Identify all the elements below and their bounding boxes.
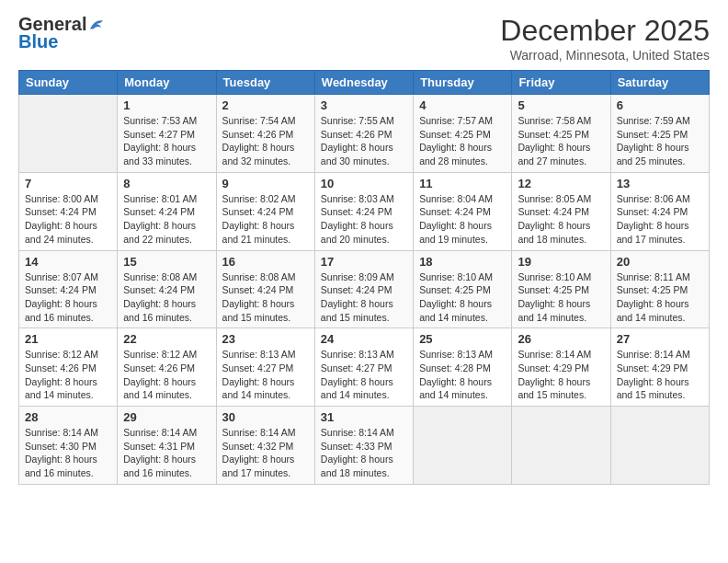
calendar-cell: 17Sunrise: 8:09 AMSunset: 4:24 PMDayligh…	[314, 250, 413, 328]
calendar-cell: 6Sunrise: 7:59 AMSunset: 4:25 PMDaylight…	[610, 95, 709, 173]
day-info: Sunrise: 8:08 AMSunset: 4:24 PMDaylight:…	[222, 270, 309, 325]
calendar-cell: 14Sunrise: 8:07 AMSunset: 4:24 PMDayligh…	[19, 250, 118, 328]
day-info: Sunrise: 8:01 AMSunset: 4:24 PMDaylight:…	[123, 192, 210, 247]
calendar-cell: 27Sunrise: 8:14 AMSunset: 4:29 PMDayligh…	[610, 328, 709, 407]
day-info: Sunrise: 8:14 AMSunset: 4:31 PMDaylight:…	[123, 426, 210, 480]
calendar-cell	[512, 407, 610, 485]
day-info: Sunrise: 7:58 AMSunset: 4:25 PMDaylight:…	[518, 114, 604, 168]
day-info: Sunrise: 8:12 AMSunset: 4:26 PMDaylight:…	[123, 348, 210, 402]
day-number: 13	[617, 177, 703, 190]
column-header-wednesday: Wednesday	[314, 71, 413, 95]
day-info: Sunrise: 8:14 AMSunset: 4:33 PMDaylight:…	[321, 426, 407, 480]
day-number: 4	[419, 98, 506, 112]
calendar-cell	[19, 95, 118, 173]
calendar-cell: 16Sunrise: 8:08 AMSunset: 4:24 PMDayligh…	[216, 250, 314, 328]
day-info: Sunrise: 8:14 AMSunset: 4:29 PMDaylight:…	[617, 348, 703, 402]
logo-bird-icon	[88, 17, 105, 33]
day-number: 7	[25, 177, 111, 190]
calendar-cell: 4Sunrise: 7:57 AMSunset: 4:25 PMDaylight…	[414, 95, 512, 173]
month-title: December 2025	[500, 14, 710, 48]
calendar-header-row: SundayMondayTuesdayWednesdayThursdayFrid…	[19, 71, 710, 95]
calendar-cell: 5Sunrise: 7:58 AMSunset: 4:25 PMDaylight…	[512, 95, 610, 173]
calendar-cell	[610, 407, 709, 485]
calendar-cell: 1Sunrise: 7:53 AMSunset: 4:27 PMDaylight…	[118, 95, 216, 173]
day-info: Sunrise: 8:14 AMSunset: 4:29 PMDaylight:…	[518, 348, 604, 402]
day-info: Sunrise: 8:10 AMSunset: 4:25 PMDaylight:…	[419, 270, 506, 325]
header: General Blue December 2025 Warroad, Minn…	[18, 14, 710, 63]
day-number: 14	[25, 255, 111, 269]
week-row-5: 28Sunrise: 8:14 AMSunset: 4:30 PMDayligh…	[19, 407, 710, 485]
day-number: 9	[222, 177, 309, 190]
day-number: 2	[222, 98, 309, 112]
day-number: 12	[518, 177, 604, 190]
day-number: 15	[123, 255, 210, 269]
day-number: 30	[222, 410, 309, 424]
day-info: Sunrise: 8:06 AMSunset: 4:24 PMDaylight:…	[617, 192, 703, 247]
day-number: 1	[123, 98, 210, 112]
column-header-saturday: Saturday	[610, 71, 709, 95]
day-number: 11	[419, 177, 506, 190]
calendar-cell: 25Sunrise: 8:13 AMSunset: 4:28 PMDayligh…	[414, 328, 512, 407]
day-info: Sunrise: 8:14 AMSunset: 4:30 PMDaylight:…	[25, 426, 111, 480]
calendar-table: SundayMondayTuesdayWednesdayThursdayFrid…	[18, 70, 710, 485]
day-number: 18	[419, 255, 506, 269]
day-number: 20	[617, 255, 703, 269]
day-info: Sunrise: 8:13 AMSunset: 4:27 PMDaylight:…	[321, 348, 407, 402]
day-number: 31	[321, 410, 407, 424]
day-info: Sunrise: 8:00 AMSunset: 4:24 PMDaylight:…	[25, 192, 111, 247]
calendar-cell	[414, 407, 512, 485]
week-row-2: 7Sunrise: 8:00 AMSunset: 4:24 PMDaylight…	[19, 172, 710, 250]
day-number: 6	[617, 98, 703, 112]
day-info: Sunrise: 8:10 AMSunset: 4:25 PMDaylight:…	[518, 270, 604, 325]
calendar-cell: 23Sunrise: 8:13 AMSunset: 4:27 PMDayligh…	[216, 328, 314, 407]
calendar-cell: 19Sunrise: 8:10 AMSunset: 4:25 PMDayligh…	[512, 250, 610, 328]
day-info: Sunrise: 8:02 AMSunset: 4:24 PMDaylight:…	[222, 192, 309, 247]
column-header-friday: Friday	[512, 71, 610, 95]
calendar-cell: 28Sunrise: 8:14 AMSunset: 4:30 PMDayligh…	[19, 407, 118, 485]
calendar-cell: 31Sunrise: 8:14 AMSunset: 4:33 PMDayligh…	[314, 407, 413, 485]
column-header-tuesday: Tuesday	[216, 71, 314, 95]
day-number: 25	[419, 332, 506, 346]
day-info: Sunrise: 8:08 AMSunset: 4:24 PMDaylight:…	[123, 270, 210, 325]
calendar-cell: 13Sunrise: 8:06 AMSunset: 4:24 PMDayligh…	[610, 172, 709, 250]
location: Warroad, Minnesota, United States	[500, 48, 710, 63]
calendar-cell: 2Sunrise: 7:54 AMSunset: 4:26 PMDaylight…	[216, 95, 314, 173]
calendar-cell: 9Sunrise: 8:02 AMSunset: 4:24 PMDaylight…	[216, 172, 314, 250]
day-number: 17	[321, 255, 407, 269]
day-number: 28	[25, 410, 111, 424]
day-info: Sunrise: 7:54 AMSunset: 4:26 PMDaylight:…	[222, 114, 309, 168]
day-number: 22	[123, 332, 210, 346]
calendar-cell: 20Sunrise: 8:11 AMSunset: 4:25 PMDayligh…	[610, 250, 709, 328]
day-number: 16	[222, 255, 309, 269]
day-number: 29	[123, 410, 210, 424]
day-number: 23	[222, 332, 309, 346]
day-number: 5	[518, 98, 604, 112]
day-number: 10	[321, 177, 407, 190]
day-info: Sunrise: 8:04 AMSunset: 4:24 PMDaylight:…	[419, 192, 506, 247]
title-block: December 2025 Warroad, Minnesota, United…	[500, 14, 710, 63]
day-info: Sunrise: 8:09 AMSunset: 4:24 PMDaylight:…	[321, 270, 407, 325]
calendar-cell: 30Sunrise: 8:14 AMSunset: 4:32 PMDayligh…	[216, 407, 314, 485]
week-row-3: 14Sunrise: 8:07 AMSunset: 4:24 PMDayligh…	[19, 250, 710, 328]
day-number: 19	[518, 255, 604, 269]
logo: General Blue	[18, 14, 105, 52]
day-info: Sunrise: 7:55 AMSunset: 4:26 PMDaylight:…	[321, 114, 407, 168]
day-info: Sunrise: 8:14 AMSunset: 4:32 PMDaylight:…	[222, 426, 309, 480]
day-number: 26	[518, 332, 604, 346]
calendar-cell: 22Sunrise: 8:12 AMSunset: 4:26 PMDayligh…	[118, 328, 216, 407]
calendar-cell: 18Sunrise: 8:10 AMSunset: 4:25 PMDayligh…	[414, 250, 512, 328]
calendar-cell: 8Sunrise: 8:01 AMSunset: 4:24 PMDaylight…	[118, 172, 216, 250]
column-header-sunday: Sunday	[19, 71, 118, 95]
logo-blue-text: Blue	[18, 31, 58, 52]
day-info: Sunrise: 8:13 AMSunset: 4:28 PMDaylight:…	[419, 348, 506, 402]
day-info: Sunrise: 8:11 AMSunset: 4:25 PMDaylight:…	[617, 270, 703, 325]
day-info: Sunrise: 8:12 AMSunset: 4:26 PMDaylight:…	[25, 348, 111, 402]
day-info: Sunrise: 8:05 AMSunset: 4:24 PMDaylight:…	[518, 192, 604, 247]
day-number: 3	[321, 98, 407, 112]
day-number: 8	[123, 177, 210, 190]
day-info: Sunrise: 8:07 AMSunset: 4:24 PMDaylight:…	[25, 270, 111, 325]
column-header-thursday: Thursday	[414, 71, 512, 95]
day-info: Sunrise: 7:53 AMSunset: 4:27 PMDaylight:…	[123, 114, 210, 168]
week-row-4: 21Sunrise: 8:12 AMSunset: 4:26 PMDayligh…	[19, 328, 710, 407]
day-number: 21	[25, 332, 111, 346]
